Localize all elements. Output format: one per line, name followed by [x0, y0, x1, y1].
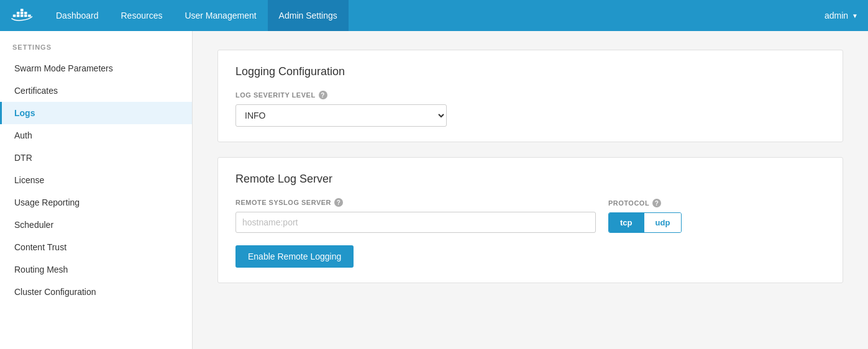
sidebar-item-dtr[interactable]: DTR	[0, 147, 192, 169]
sidebar-item-cluster-configuration[interactable]: Cluster Configuration	[0, 281, 192, 303]
protocol-help-icon[interactable]: ?	[652, 199, 661, 207]
sidebar-item-swarm-mode[interactable]: Swarm Mode Parameters	[0, 57, 192, 79]
severity-label: Log Severity Level ?	[235, 91, 825, 99]
svg-rect-4	[21, 12, 24, 14]
enable-remote-logging-button[interactable]: Enable Remote Logging	[235, 245, 354, 268]
protocol-tcp-button[interactable]: tcp	[609, 213, 644, 232]
severity-help-icon[interactable]: ?	[319, 91, 327, 99]
svg-rect-5	[21, 14, 24, 17]
syslog-help-icon[interactable]: ?	[334, 198, 343, 207]
logging-config-title: Logging Configuration	[235, 65, 825, 78]
sidebar-item-certificates[interactable]: Certificates	[0, 79, 192, 102]
chevron-down-icon: ▼	[852, 12, 858, 19]
docker-logo	[10, 3, 35, 28]
nav-links: Dashboard Resources User Management Admi…	[45, 0, 825, 31]
nav-admin-settings[interactable]: Admin Settings	[268, 0, 349, 31]
svg-rect-7	[24, 14, 27, 17]
nav-user[interactable]: admin ▼	[825, 11, 858, 20]
nav-resources[interactable]: Resources	[110, 0, 174, 31]
syslog-label: Remote Syslog Server ?	[235, 198, 596, 207]
remote-log-server-card: Remote Log Server Remote Syslog Server ?…	[217, 157, 843, 283]
page-layout: Settings Swarm Mode Parameters Certifica…	[0, 31, 868, 349]
protocol-label: Protocol ?	[608, 199, 682, 207]
svg-rect-6	[24, 12, 27, 14]
nav-username: admin	[825, 11, 848, 20]
svg-rect-3	[21, 9, 24, 11]
remote-log-form-row: Remote Syslog Server ? Protocol ? tcp ud…	[235, 198, 825, 233]
sidebar-item-auth[interactable]: Auth	[0, 124, 192, 147]
protocol-group: Protocol ? tcp udp	[608, 199, 682, 233]
svg-rect-2	[17, 14, 20, 17]
syslog-form-group: Remote Syslog Server ?	[235, 198, 596, 233]
remote-log-server-title: Remote Log Server	[235, 173, 825, 186]
sidebar-item-logs[interactable]: Logs	[0, 102, 192, 124]
sidebar-section-title: Settings	[0, 43, 192, 57]
main-content: Logging Configuration Log Severity Level…	[193, 31, 868, 349]
protocol-buttons: tcp udp	[608, 212, 682, 233]
svg-rect-0	[13, 14, 16, 17]
top-nav: Dashboard Resources User Management Admi…	[0, 0, 868, 31]
sidebar-item-content-trust[interactable]: Content Trust	[0, 236, 192, 258]
sidebar-item-routing-mesh[interactable]: Routing Mesh	[0, 258, 192, 281]
logging-config-card: Logging Configuration Log Severity Level…	[217, 50, 843, 142]
nav-user-management[interactable]: User Management	[173, 0, 267, 31]
severity-select[interactable]: DEBUG INFO WARNING ERROR	[235, 104, 447, 127]
sidebar: Settings Swarm Mode Parameters Certifica…	[0, 31, 193, 349]
svg-rect-1	[17, 12, 20, 14]
svg-rect-8	[28, 14, 31, 17]
sidebar-item-license[interactable]: License	[0, 169, 192, 191]
protocol-udp-button[interactable]: udp	[644, 213, 682, 232]
severity-form-group: Log Severity Level ? DEBUG INFO WARNING …	[235, 91, 825, 127]
syslog-input[interactable]	[235, 212, 596, 233]
sidebar-item-usage-reporting[interactable]: Usage Reporting	[0, 191, 192, 214]
sidebar-item-scheduler[interactable]: Scheduler	[0, 214, 192, 236]
nav-dashboard[interactable]: Dashboard	[45, 0, 110, 31]
